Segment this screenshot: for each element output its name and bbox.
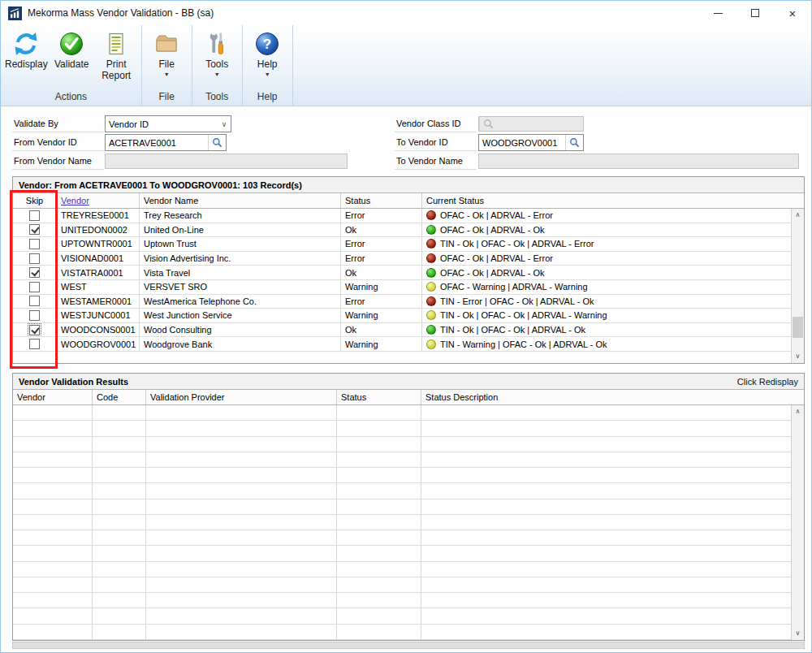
close-icon: ×	[789, 7, 797, 19]
validate-by-select[interactable]: Vendor ID ∨	[105, 115, 231, 132]
skip-checkbox[interactable]	[29, 339, 40, 349]
ribbon-group-help: ? Help ▼ Help	[243, 25, 293, 106]
result-code-cell	[93, 608, 146, 623]
vendor-name-cell: Vision Advertising Inc.	[140, 252, 341, 266]
vendor-id-cell: WOODGROV0001	[57, 337, 140, 351]
minimize-icon	[714, 13, 723, 14]
result-description-cell	[421, 562, 791, 577]
status-light-red-icon	[426, 296, 436, 306]
result-status-cell	[337, 546, 421, 560]
table-row[interactable]: WOODGROV0001Woodgrove BankWarningTIN - W…	[13, 337, 791, 352]
results-table: Vendor Validation Results Click Redispla…	[12, 373, 805, 641]
tools-menu-button[interactable]: Tools ▼	[195, 27, 240, 77]
vendor-id-cell: TREYRESE0001	[57, 209, 140, 223]
result-description-cell	[421, 468, 791, 482]
table-row[interactable]: WESTVERSVET SROWarningOFAC - Warning | A…	[13, 280, 791, 295]
skip-checkbox[interactable]	[29, 325, 40, 335]
table-row[interactable]: UNITEDON0002United On-LineOkOFAC - Ok | …	[13, 223, 791, 238]
validate-button[interactable]: Validate	[50, 27, 94, 71]
results-title-text: Vendor Validation Results	[19, 377, 128, 387]
tools-icon	[204, 31, 230, 57]
scrollbar-thumb[interactable]	[793, 317, 803, 338]
vendor-class-id-lookup-button	[479, 117, 497, 131]
vendor-table-scrollbar[interactable]: ∧ ∨	[791, 209, 804, 363]
maximize-button[interactable]	[736, 1, 774, 25]
skip-checkbox[interactable]	[29, 267, 40, 278]
from-vendor-name-label: From Vendor Name	[12, 153, 104, 170]
minimize-button[interactable]	[699, 1, 736, 25]
status-light-green-icon	[426, 225, 436, 235]
skip-checkbox[interactable]	[29, 239, 40, 249]
skip-cell	[13, 252, 57, 266]
table-row[interactable]: UPTOWNTR0001Uptown TrustErrorTIN - Ok | …	[13, 237, 791, 252]
status-light-green-icon	[426, 325, 436, 335]
tools-menu-label: Tools	[205, 59, 228, 71]
skip-checkbox[interactable]	[29, 224, 40, 235]
result-provider-cell	[146, 405, 337, 420]
vendor-class-id-label: Vendor Class ID	[395, 115, 477, 132]
current-status-cell: OFAC - Ok | ADRVAL - Ok	[422, 266, 791, 279]
help-icon: ?	[254, 31, 280, 57]
vendor-name-cell: VERSVET SRO	[140, 280, 341, 294]
from-vendor-id-label: From Vendor ID	[12, 134, 104, 151]
skip-cell	[13, 209, 57, 223]
result-provider-cell	[146, 452, 337, 467]
skip-checkbox[interactable]	[29, 282, 40, 292]
results-empty-row	[13, 530, 791, 546]
result-provider-cell	[146, 546, 337, 560]
results-table-scrollbar[interactable]: ∧ ∨	[791, 405, 804, 640]
vendor-id-cell: VISIONAD0001	[57, 252, 140, 266]
vendor-sort-link[interactable]: Vendor	[61, 196, 89, 205]
table-row[interactable]: WOODCONS0001Wood ConsultingOkTIN - Ok | …	[13, 323, 791, 338]
help-menu-button[interactable]: ? Help ▼	[245, 27, 290, 77]
table-row[interactable]: WESTJUNC0001West Junction ServiceWarning…	[13, 309, 791, 323]
title-bar: Mekorma Mass Vendor Validation - BB (sa)…	[1, 1, 811, 25]
results-table-body	[13, 405, 791, 640]
results-empty-row	[13, 515, 791, 530]
result-code-cell	[93, 577, 146, 592]
file-menu-button[interactable]: File ▼	[145, 27, 189, 77]
skip-checkbox[interactable]	[29, 310, 40, 321]
result-vendor-cell	[13, 483, 93, 498]
scroll-down-icon[interactable]: ∨	[792, 350, 804, 363]
scroll-up-icon[interactable]: ∧	[792, 405, 804, 418]
to-vendor-id-field[interactable]: WOODGROV0001	[478, 134, 584, 151]
skip-checkbox[interactable]	[29, 253, 40, 264]
result-status-cell	[337, 562, 421, 577]
status-light-yellow-icon	[426, 282, 436, 292]
help-menu-label: Help	[257, 59, 278, 71]
table-row[interactable]: WESTAMER0001WestAmerica Telephone Co.Err…	[13, 295, 791, 309]
current-status-text: TIN - Ok | OFAC - Ok | ADRVAL - Warning	[440, 310, 607, 320]
status-light-yellow-icon	[426, 310, 436, 320]
result-status-cell	[337, 483, 421, 498]
close-button[interactable]: ×	[774, 1, 811, 25]
status-cell: Error	[341, 252, 422, 266]
current-status-cell: TIN - Ok | OFAC - Ok | ADRVAL - Error	[422, 237, 791, 251]
skip-cell	[13, 309, 57, 322]
scroll-up-icon[interactable]: ∧	[792, 209, 804, 222]
result-vendor-cell	[13, 593, 93, 608]
result-provider-cell	[146, 593, 337, 608]
table-row[interactable]: TREYRESE0001Trey ResearchErrorOFAC - Ok …	[13, 209, 791, 223]
horizontal-scrollbar[interactable]	[12, 642, 805, 649]
results-column-code: Code	[93, 390, 146, 404]
print-report-button[interactable]: Print Report	[94, 27, 139, 82]
redisplay-button[interactable]: Redisplay	[3, 27, 50, 71]
from-vendor-id-lookup-button[interactable]	[208, 135, 226, 150]
result-vendor-cell	[13, 499, 93, 514]
vendor-name-cell: United On-Line	[140, 223, 341, 237]
current-status-cell: OFAC - Warning | ADRVAL - Warning	[422, 280, 791, 294]
from-vendor-id-field[interactable]: ACETRAVE0001	[105, 134, 227, 151]
skip-checkbox[interactable]	[29, 210, 40, 221]
result-vendor-cell	[13, 405, 93, 420]
to-vendor-id-lookup-button[interactable]	[565, 135, 583, 150]
vendor-id-cell: WESTJUNC0001	[57, 309, 140, 322]
refresh-icon	[13, 31, 39, 57]
result-description-cell	[421, 421, 791, 435]
skip-checkbox[interactable]	[29, 296, 40, 306]
current-status-text: TIN - Error | OFAC - Ok | ADRVAL - Ok	[440, 296, 594, 306]
scroll-down-icon[interactable]: ∨	[792, 627, 804, 640]
table-row[interactable]: VISTATRA0001Vista TravelOkOFAC - Ok | AD…	[13, 266, 791, 280]
current-status-cell: OFAC - Ok | ADRVAL - Error	[422, 209, 791, 223]
table-row[interactable]: VISIONAD0001Vision Advertising Inc.Error…	[13, 252, 791, 266]
